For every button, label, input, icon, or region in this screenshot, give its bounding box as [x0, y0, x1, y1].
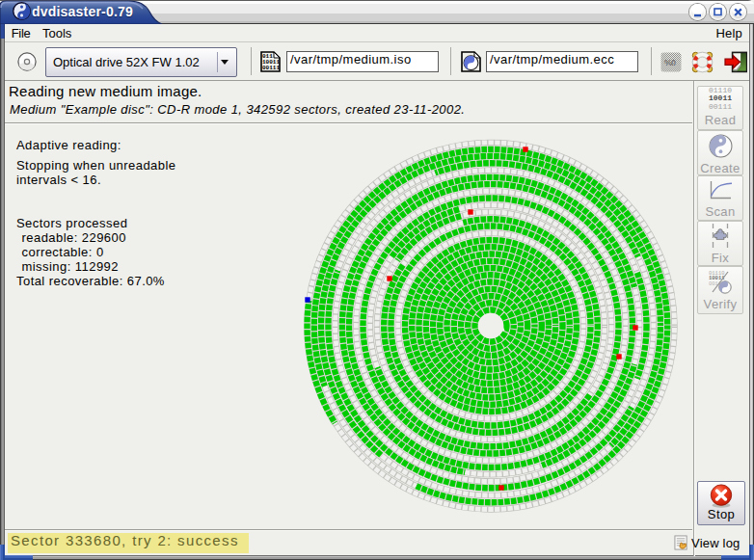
- svg-text:00111: 00111: [262, 65, 280, 71]
- svg-text:%0: %0: [664, 58, 676, 67]
